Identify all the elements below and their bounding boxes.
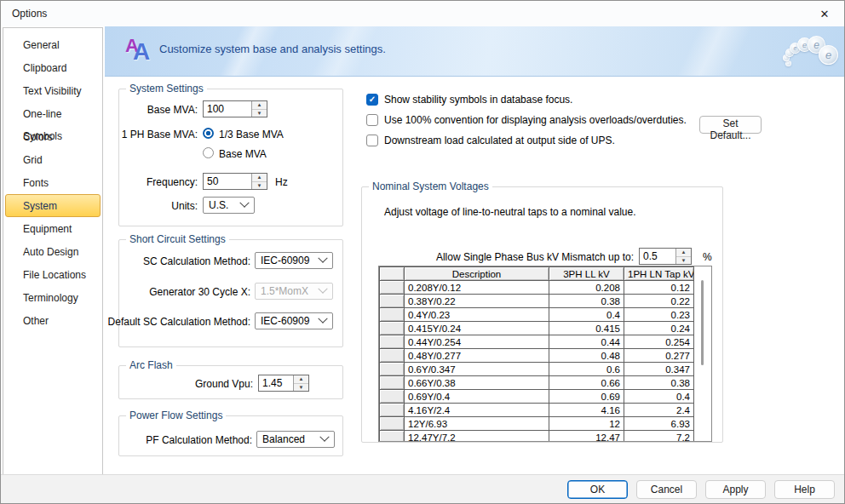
footer-button[interactable]: Apply xyxy=(705,480,766,499)
description-cell[interactable]: 12Y/6.93 xyxy=(405,417,549,431)
radio-base-label[interactable]: Base MVA xyxy=(219,148,267,160)
description-cell[interactable]: 0.44Y/0.254 xyxy=(405,335,549,349)
row-selector-cell[interactable] xyxy=(380,281,405,295)
chevron-down-icon xyxy=(318,314,327,324)
radio-one-third-base-mva[interactable] xyxy=(203,128,214,139)
tap-kv-cell[interactable]: 0.38 xyxy=(624,376,694,390)
footer-button[interactable]: Help xyxy=(774,480,835,499)
sidebar-item[interactable]: Terminology xyxy=(5,286,101,309)
description-header[interactable]: Description xyxy=(405,267,549,281)
spin-down-icon[interactable]: ▼ xyxy=(294,384,308,392)
spin-up-icon[interactable]: ▲ xyxy=(252,174,267,182)
footer-button[interactable]: Cancel xyxy=(636,480,697,499)
ll-kv-cell[interactable]: 0.208 xyxy=(549,281,624,295)
row-selector-cell[interactable] xyxy=(380,376,405,390)
default-sc-calc-method-dropdown[interactable]: IEC-60909 xyxy=(255,312,333,329)
ll-kv-cell[interactable]: 0.4 xyxy=(549,308,624,322)
footer-button[interactable]: OK xyxy=(567,480,628,499)
description-cell[interactable]: 0.66Y/0.38 xyxy=(405,376,549,390)
ll-kv-cell[interactable]: 0.415 xyxy=(549,322,624,335)
tap-kv-cell[interactable]: 0.22 xyxy=(624,295,694,308)
sidebar-item[interactable]: System xyxy=(5,194,101,217)
ll-kv-cell[interactable]: 0.6 xyxy=(549,363,624,376)
sidebar-item[interactable]: Fonts xyxy=(5,171,101,194)
spin-up-icon[interactable]: ▲ xyxy=(676,249,691,257)
radio-one-third-label[interactable]: 1/3 Base MVA xyxy=(219,129,284,140)
spin-up-icon[interactable]: ▲ xyxy=(294,375,308,384)
sc-calc-method-dropdown[interactable]: IEC-60909 xyxy=(255,252,333,269)
row-selector-cell[interactable] xyxy=(380,349,405,363)
mismatch-unit-label: % xyxy=(703,251,712,263)
description-cell[interactable]: 0.6Y/0.347 xyxy=(405,363,549,376)
checkbox[interactable]: ✓ xyxy=(366,114,378,126)
tap-kv-cell[interactable]: 0.4 xyxy=(624,390,694,404)
description-cell[interactable]: 12.47Y/7.2 xyxy=(405,431,549,443)
ll-kv-cell[interactable]: 0.69 xyxy=(549,390,624,404)
checkbox[interactable]: ✓ xyxy=(366,135,378,146)
sidebar-item[interactable]: Other xyxy=(5,309,101,332)
sidebar-item[interactable]: File Locations xyxy=(5,263,101,286)
tap-kv-cell[interactable]: 2.4 xyxy=(624,404,694,417)
description-cell[interactable]: 0.69Y/0.4 xyxy=(405,390,549,404)
close-icon[interactable]: ✕ xyxy=(812,3,837,24)
sidebar-item[interactable]: Auto Design xyxy=(5,240,101,263)
spin-down-icon[interactable]: ▼ xyxy=(252,110,267,117)
row-selector-cell[interactable] xyxy=(380,322,405,335)
ll-kv-cell[interactable]: 0.38 xyxy=(549,295,624,308)
tap-kv-cell[interactable]: 0.12 xyxy=(624,281,694,295)
sidebar-item[interactable]: Text Visibility xyxy=(5,79,101,102)
chevron-down-icon xyxy=(239,198,249,208)
pf-calc-method-dropdown[interactable]: Balanced xyxy=(256,431,335,448)
tap-kv-cell[interactable]: 0.24 xyxy=(624,322,694,335)
radio-base-mva[interactable] xyxy=(203,147,214,158)
group-title: System Settings xyxy=(126,83,207,94)
tap-kv-cell[interactable]: 7.2 xyxy=(624,431,694,443)
ll-kv-cell[interactable]: 4.16 xyxy=(549,404,624,417)
tap-kv-cell[interactable]: 0.23 xyxy=(624,308,694,322)
base-mva-input[interactable]: 100 ▲ ▼ xyxy=(203,100,267,117)
tap-kv-cell[interactable]: 6.93 xyxy=(624,417,694,431)
sidebar-item[interactable]: Clipboard xyxy=(5,56,101,79)
tap-kv-cell[interactable]: 0.254 xyxy=(624,335,694,349)
ll-kv-cell[interactable]: 12.47 xyxy=(549,431,624,443)
row-selector-cell[interactable] xyxy=(380,308,405,322)
ll-kv-cell[interactable]: 0.48 xyxy=(549,349,624,363)
row-selector-cell[interactable] xyxy=(380,390,405,404)
chevron-down-icon xyxy=(319,432,329,442)
row-selector-cell[interactable] xyxy=(380,363,405,376)
sidebar-item[interactable]: Grid xyxy=(5,148,101,171)
ground-vpu-input[interactable]: 1.45 ▲ ▼ xyxy=(258,375,309,392)
sidebar-item[interactable]: Equipment xyxy=(5,217,101,240)
spin-down-icon[interactable]: ▼ xyxy=(252,182,267,190)
frequency-input[interactable]: 50 ▲ ▼ xyxy=(203,173,267,190)
tap-kv-cell[interactable]: 0.277 xyxy=(624,349,694,363)
spin-down-icon[interactable]: ▼ xyxy=(676,257,691,265)
description-cell[interactable]: 0.48Y/0.277 xyxy=(405,349,549,363)
checkbox-label: Show stability symbols in database focus… xyxy=(384,94,572,106)
ll-kv-header[interactable]: 3PH LL kV xyxy=(549,267,624,281)
description-cell[interactable]: 0.38Y/0.22 xyxy=(405,295,549,308)
units-dropdown[interactable]: U.S. xyxy=(203,197,255,214)
table-row: 0.44Y/0.254 0.44 0.254 xyxy=(380,335,694,349)
description-cell[interactable]: 4.16Y/2.4 xyxy=(405,404,549,417)
description-cell[interactable]: 0.415Y/0.24 xyxy=(405,322,549,335)
tap-kv-cell[interactable]: 0.347 xyxy=(624,363,694,376)
ll-kv-cell[interactable]: 0.44 xyxy=(549,335,624,349)
row-selector-cell[interactable] xyxy=(380,431,405,443)
row-selector-cell[interactable] xyxy=(380,295,405,308)
ll-kv-cell[interactable]: 12 xyxy=(549,417,624,431)
tap-kv-header[interactable]: 1PH LN Tap kV xyxy=(624,267,694,281)
row-selector-cell[interactable] xyxy=(380,335,405,349)
checkbox[interactable]: ✓ xyxy=(366,94,378,106)
sidebar-item[interactable]: One-line Symbols xyxy=(5,102,101,125)
description-cell[interactable]: 0.208Y/0.12 xyxy=(405,281,549,295)
sidebar-item[interactable]: General xyxy=(5,33,101,56)
spin-up-icon[interactable]: ▲ xyxy=(252,101,267,110)
ll-kv-cell[interactable]: 0.66 xyxy=(549,376,624,390)
description-cell[interactable]: 0.4Y/0.23 xyxy=(405,308,549,322)
set-default-button[interactable]: Set Default... xyxy=(699,116,762,134)
row-selector-cell[interactable] xyxy=(380,404,405,417)
mismatch-input[interactable]: 0.5 ▲ ▼ xyxy=(639,248,692,265)
row-selector-cell[interactable] xyxy=(380,417,405,431)
table-scrollbar[interactable] xyxy=(701,280,704,365)
